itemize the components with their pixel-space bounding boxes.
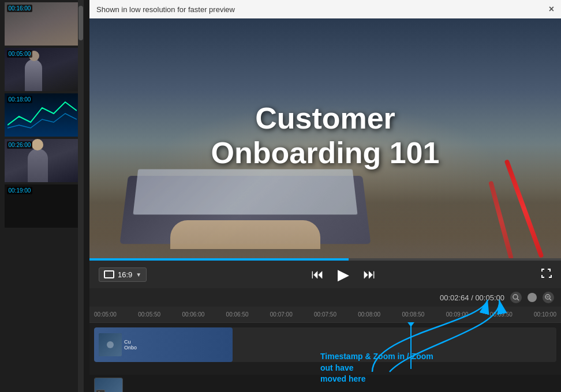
svg-point-0 [513,295,518,299]
timeline-controls: 00:02:64 / 00:05:00 [89,288,561,307]
video-track: Cu Onbo [94,327,556,362]
ruler-mark-7: 00:08:50 [402,311,424,318]
playback-controls: 16:9 ▼ ⏮ ▶ ⏭ [89,261,561,288]
controls-center: ⏮ ▶ ⏭ [147,267,540,282]
sidebar-timestamp-4: 00:26:00 [7,141,33,149]
svg-line-3 [549,299,551,300]
sidebar-item-5[interactable]: 00:19:00 [5,184,80,228]
sidebar-item-3[interactable]: 00:18:00 [5,93,80,137]
timeline-area: 00:02:64 / 00:05:00 00:05:00 00:05: [89,288,561,392]
ruler-mark-3: 00:06:50 [226,311,249,318]
ruler-mark-4: 00:07:00 [270,311,293,318]
sidebar-item-1[interactable]: 00:16:00 [5,2,80,46]
timeline-ruler: 00:05:00 00:05:50 00:06:00 00:06:50 00:0… [89,307,561,323]
track-clip-label: Cu Onbo [124,339,137,350]
track-clip[interactable]: Cu Onbo [94,327,233,362]
notice-bar: Shown in low resolution for faster previ… [89,0,561,18]
ruler-mark-10: 00:10:00 [534,311,556,318]
sidebar-timestamp-5: 00:19:00 [7,187,33,194]
clip-label-1: Cu [124,339,137,345]
aspect-ratio-label: 16:9 [118,270,132,279]
sidebar: 00:16:00 00:05:00 00:18:00 00:26:00 00:1… [0,0,84,392]
sidebar-item-2[interactable]: 00:05:00 [5,48,80,91]
notice-close-button[interactable]: × [549,4,554,14]
ruler-mark-1: 00:05:50 [138,311,160,318]
sidebar-scrollbar[interactable] [78,0,84,392]
sidebar-item-4[interactable]: 00:26:00 [5,139,80,182]
ruler-mark-6: 00:08:00 [358,311,380,318]
zoom-out-icon[interactable] [543,292,554,303]
ruler-mark-8: 00:09:00 [446,311,469,318]
aspect-ratio-selector[interactable]: 16:9 ▼ [99,267,147,282]
aspect-icon [104,270,114,278]
sidebar-timestamp-3: 00:18:00 [7,96,33,103]
notice-text: Shown in low resolution for faster previ… [96,5,235,14]
fullscreen-button[interactable] [540,267,552,282]
ruler-mark-5: 00:07:50 [314,311,336,318]
play-button[interactable]: ▶ [338,267,349,282]
playhead-head [407,322,414,327]
clip-thumbnail-small[interactable] [94,378,123,392]
ruler-mark-9: 00:09:50 [490,311,513,318]
ruler-mark-2: 00:06:00 [182,311,204,318]
fullscreen-icon [540,267,552,279]
video-title: Customer Onboarding 101 [211,101,440,171]
aspect-dropdown-icon: ▼ [136,272,141,278]
video-title-line2: Onboarding 101 [211,136,440,169]
playhead [410,323,412,369]
zoom-search-icon[interactable] [510,292,522,303]
svg-line-1 [517,299,519,300]
sidebar-timestamp-1: 00:16:00 [7,5,33,12]
sidebar-timestamp-2: 00:05:00 [7,50,33,58]
dot-button[interactable] [528,293,537,302]
video-preview: Customer Onboarding 101 [89,18,561,261]
ruler-mark-0: 00:05:00 [94,311,117,318]
prev-button[interactable]: ⏮ [311,268,324,281]
current-timestamp: 00:02:64 / 00:05:00 [440,293,504,302]
track-clip-thumbnail [99,333,122,356]
sidebar-scrollbar-thumb[interactable] [78,6,83,40]
next-button[interactable]: ⏭ [363,268,376,281]
track-area: Cu Onbo [89,323,561,375]
clip-small-icon [96,390,105,392]
bottom-track [89,375,561,392]
video-content: Customer Onboarding 101 [89,18,561,261]
clip-label-2: Onbo [124,345,137,350]
video-title-line1: Customer [255,101,395,135]
main-area: Shown in low resolution for faster previ… [89,0,561,392]
